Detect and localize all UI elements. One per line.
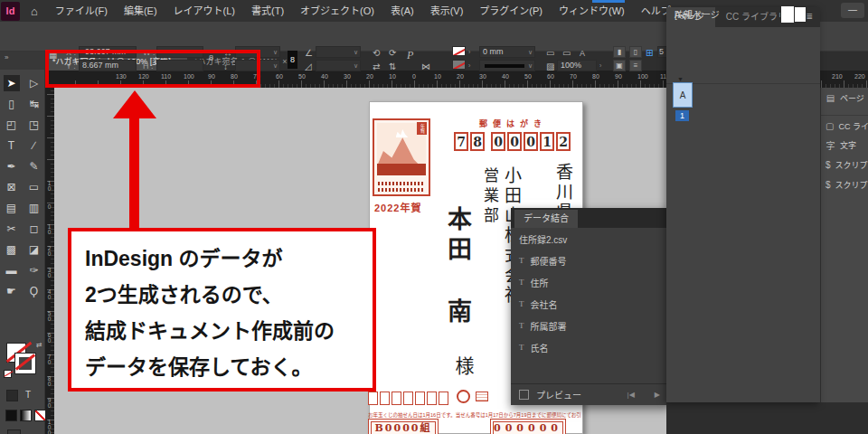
tool-button[interactable]: ➤ [4, 75, 20, 91]
corner-size-icon[interactable]: ▭ [562, 48, 571, 59]
tool-button[interactable]: ✂ [4, 221, 20, 237]
rotate-cw-icon[interactable]: ⟳ [389, 48, 396, 59]
frame-fitting-icon[interactable]: A [580, 48, 585, 59]
tool-button[interactable]: ◪ [26, 241, 42, 258]
menu-item[interactable]: ファイル(F) [47, 0, 116, 22]
menu-item[interactable]: 表示(V) [422, 0, 472, 22]
text-wrap-on-button[interactable]: ▯ [629, 46, 642, 58]
tool-button[interactable]: ▷ [26, 75, 42, 91]
next-record-icon[interactable]: ▶ [655, 391, 660, 399]
corner-options-icon[interactable]: ▭ [546, 48, 554, 59]
rotate-ccw-icon[interactable]: ⟲ [373, 48, 380, 59]
tool-button[interactable]: ▩ [4, 241, 20, 258]
tool-button[interactable]: ☛ [4, 283, 20, 299]
dock-panel-button[interactable]: $ スクリプト [821, 175, 868, 194]
default-fill-stroke-icon[interactable] [4, 370, 12, 378]
tool-button[interactable]: ∕ [26, 137, 42, 154]
effects-menu-button[interactable]: ≡ [629, 60, 642, 71]
home-icon[interactable]: ⌂ [31, 5, 38, 18]
tool-button[interactable]: ▤ [4, 200, 20, 216]
tool-button[interactable]: ✑ [26, 262, 42, 278]
apply-none-button[interactable] [34, 410, 46, 421]
opacity-arrow-icon[interactable]: › [599, 62, 601, 69]
menu-item[interactable]: ウィンドウ(W) [551, 0, 633, 22]
annotation-text-line: InDesign のデータが [85, 241, 373, 277]
menu-item[interactable]: オブジェクト(O) [292, 0, 382, 22]
apply-gradient-button[interactable] [20, 410, 32, 421]
page-thumbnail[interactable]: A [673, 82, 693, 108]
shear-dropdown-icon[interactable]: ∨ [354, 62, 358, 70]
apply-color-button[interactable] [5, 410, 17, 421]
view-options-button[interactable] [7, 429, 21, 434]
opacity-field[interactable]: 100% [557, 60, 597, 71]
dock-panel-button[interactable]: ▤ ページ [821, 88, 868, 108]
page-number-badge[interactable]: 1 [675, 110, 689, 121]
tool-button[interactable]: T [4, 137, 20, 154]
ruler-tick-label: 0 [412, 73, 416, 80]
stroke-weight-dropdown-icon[interactable]: ∨ [528, 62, 533, 70]
dock-panel-button[interactable]: 字 文字 [821, 135, 868, 155]
text-wrap-off-button[interactable]: ▮ [613, 46, 626, 58]
constrain-scale-link-icon[interactable]: 8 [288, 51, 297, 69]
stroke-swatch[interactable] [15, 354, 35, 373]
ruler-tick-label: 10 [46, 180, 52, 191]
frame-grid-icon[interactable]: ⊞ [646, 48, 653, 59]
merge-field-row[interactable]: T 氏名 [511, 336, 669, 358]
scale-x-dropdown-icon[interactable]: ∨ [273, 49, 278, 56]
dock-panel-label: スクリプト [835, 179, 868, 191]
postal-code-boxes: 7800012 [454, 132, 571, 151]
data-source-row[interactable]: 住所録2.csv [511, 228, 669, 250]
stroke-color-arrow-icon[interactable]: › [468, 49, 470, 55]
fill-color-arrow-icon[interactable]: › [468, 62, 470, 69]
merge-field-row[interactable]: T 住所 [511, 271, 669, 293]
swap-fill-stroke-icon[interactable]: ⇄ [36, 341, 42, 349]
collapse-panel-icon[interactable]: » [5, 53, 8, 61]
gap-width-field[interactable]: 0 mm [479, 46, 535, 58]
formatting-text-button[interactable]: T [25, 390, 31, 400]
tool-button[interactable]: ✒ [4, 158, 20, 175]
close-tab-icon[interactable]: × [282, 57, 287, 66]
scale-y-dropdown-icon[interactable]: ∨ [273, 62, 278, 70]
tool-button[interactable]: ▬ [4, 262, 20, 278]
minimize-button[interactable]: — [841, 3, 864, 18]
drop-shadow-button[interactable]: ▣ [613, 60, 626, 71]
flip-vertical-icon[interactable]: ⇅ [389, 61, 396, 72]
tool-button[interactable]: ▥ [26, 200, 42, 216]
merge-field-label: 会社名 [531, 297, 558, 311]
merge-field-row[interactable]: T 所属部署 [511, 315, 669, 336]
fill-color-swatch[interactable] [452, 60, 466, 70]
rotation-dropdown-icon[interactable]: ∨ [354, 49, 358, 56]
text-field-type-icon: T [519, 321, 524, 330]
stroke-color-none-swatch[interactable] [452, 46, 466, 56]
data-merge-tab[interactable]: データ結合 [514, 210, 578, 228]
tool-button[interactable]: ▭ [26, 179, 42, 195]
gap-width-dropdown-icon[interactable]: ∨ [528, 49, 533, 56]
tool-button[interactable]: Ϙ [26, 283, 42, 299]
dock-panel-button[interactable]: $ スクリプト [821, 155, 868, 175]
tool-button[interactable]: ✎ [26, 158, 42, 175]
dock-panel-button[interactable]: ▢ CC ライブ [821, 115, 868, 135]
merge-field-row[interactable]: T 郵便番号 [511, 250, 669, 271]
tool-button[interactable]: ◻ [26, 221, 42, 237]
ruler-tick-label: 220 [854, 73, 865, 80]
formatting-container-button[interactable] [6, 390, 18, 401]
tool-button[interactable]: ▯ [4, 96, 20, 112]
menu-item[interactable]: 書式(T) [243, 0, 292, 22]
tool-button[interactable]: ◰ [4, 117, 20, 133]
tool-button[interactable]: ◳ [26, 117, 42, 133]
dock-panel-icon: ▤ [826, 93, 835, 103]
flip-horizontal-icon[interactable]: ⇄ [373, 61, 380, 72]
preview-checkbox[interactable] [519, 390, 529, 400]
menu-item[interactable]: レイアウト(L) [165, 0, 243, 22]
master-page-row[interactable]: A-親ページ [666, 7, 820, 21]
fit-content-icon[interactable]: ⋈ [421, 61, 430, 72]
tool-button[interactable]: ↹ [26, 96, 42, 112]
tool-button[interactable]: ⊠ [4, 179, 20, 195]
vertical-ruler[interactable]: 100102030405060708090100110120130 [45, 88, 54, 434]
merge-field-row[interactable]: T 会社名 [511, 293, 669, 315]
menu-item[interactable]: 表(A) [382, 0, 422, 22]
menu-item[interactable]: 編集(E) [116, 0, 165, 22]
first-record-icon[interactable]: |◀ [627, 391, 635, 399]
menu-item[interactable]: プラグイン(P) [471, 0, 551, 22]
ruler-tick-label: 10 [389, 73, 396, 80]
